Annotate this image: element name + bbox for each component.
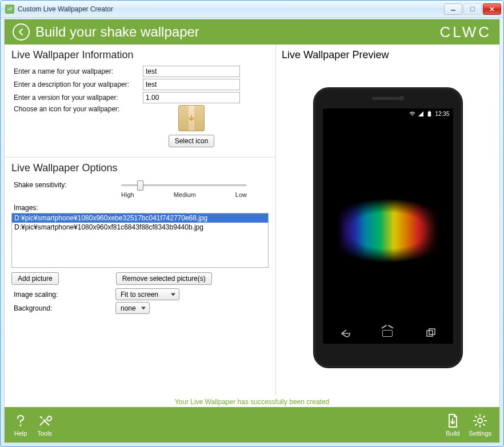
- package-icon: [178, 105, 205, 131]
- svg-rect-6: [427, 331, 433, 336]
- options-section-title: Live Wallpaper Options: [11, 162, 269, 174]
- background-value: none: [121, 304, 136, 312]
- statusbar-time: 12:35: [435, 111, 449, 117]
- list-item[interactable]: D:¥pic¥smartphone¥1080x960xebe32517bc041…: [12, 214, 268, 223]
- phone-navbar: [323, 323, 453, 344]
- client-area: Build your shake wallpaper CLWC Live Wal…: [4, 19, 500, 443]
- slider-tick-medium: Medium: [174, 191, 196, 198]
- help-label: Help: [14, 430, 27, 437]
- scaling-combo[interactable]: Fit to screen: [115, 288, 179, 300]
- desc-input[interactable]: [143, 79, 240, 90]
- brand-label: CLWC: [439, 23, 491, 41]
- background-combo[interactable]: none: [115, 302, 150, 314]
- name-label: Enter a name for your wallpaper:: [11, 67, 143, 75]
- window-controls: [443, 3, 501, 15]
- svg-rect-3: [471, 7, 475, 11]
- desc-label: Enter a description for your wallpaper:: [11, 80, 143, 88]
- signal-icon: [418, 111, 424, 117]
- close-button[interactable]: [483, 3, 501, 15]
- window-titlebar: Custom Live Wallpaper Creator: [1, 1, 503, 18]
- select-icon-button[interactable]: Select icon: [169, 135, 215, 147]
- phone-screen: 12:35: [323, 108, 453, 344]
- svg-rect-5: [429, 111, 431, 111]
- scaling-label: Image scaling:: [11, 291, 115, 299]
- options-section: Live Wallpaper Options Shake sensitivity…: [5, 158, 275, 324]
- build-button[interactable]: Build: [445, 413, 461, 437]
- phone-frame: 12:35: [314, 88, 462, 368]
- scaling-row: Image scaling: Fit to screen: [11, 288, 269, 300]
- page-header: Build your shake wallpaper CLWC: [5, 19, 499, 45]
- image-buttons-row: Add picture Remove selected picture(s): [11, 272, 269, 285]
- remove-picture-button[interactable]: Remove selected picture(s): [116, 272, 212, 285]
- settings-button[interactable]: Settings: [469, 413, 491, 437]
- desc-row: Enter a description for your wallpaper:: [11, 79, 269, 90]
- svg-point-8: [19, 424, 21, 426]
- slider-thumb[interactable]: [137, 180, 143, 191]
- list-item[interactable]: D:¥pic¥smartphone¥1080x960xf81c6843f88cf…: [12, 223, 268, 232]
- back-button[interactable]: [13, 23, 30, 41]
- info-section-title: Live Wallpaper Information: [11, 49, 269, 61]
- build-icon: [445, 413, 461, 429]
- icon-label: Choose an icon for your wallpaper:: [11, 105, 143, 113]
- wifi-icon: [409, 111, 415, 117]
- images-listbox[interactable]: D:¥pic¥smartphone¥1080x960xebe32517bc041…: [11, 213, 269, 268]
- version-row: Enter a version for your wallpaper:: [11, 92, 269, 103]
- nav-recent-icon: [425, 327, 437, 340]
- icon-row: Choose an icon for your wallpaper: Selec…: [11, 105, 269, 147]
- svg-point-9: [478, 418, 482, 423]
- background-label: Background:: [11, 304, 115, 312]
- svg-point-1: [11, 7, 12, 8]
- page-title: Build your shake wallpaper: [35, 24, 199, 40]
- images-label: Images:: [11, 204, 269, 212]
- background-row: Background: none: [11, 302, 269, 314]
- preview-section-title: Live Wallpaper Preview: [282, 49, 494, 61]
- app-window: Custom Live Wallpaper Creator Build your…: [0, 0, 504, 447]
- battery-icon: [426, 111, 433, 117]
- tools-label: Tools: [37, 430, 52, 437]
- svg-rect-7: [429, 329, 435, 335]
- minimize-button[interactable]: [444, 3, 462, 15]
- help-icon: [13, 413, 29, 429]
- sensitivity-row: Shake sensitivity: High Medium Low: [11, 179, 269, 191]
- left-panel: Live Wallpaper Information Enter a name …: [5, 45, 276, 396]
- scaling-value: Fit to screen: [121, 291, 158, 299]
- svg-rect-4: [428, 111, 431, 116]
- slider-tick-low: Low: [235, 191, 247, 198]
- window-title: Custom Live Wallpaper Creator: [18, 5, 443, 13]
- wallpaper-preview-image: [337, 194, 439, 268]
- right-panel: Live Wallpaper Preview 12:35: [276, 45, 499, 396]
- nav-back-icon: [338, 327, 351, 340]
- preview-area: 12:35: [282, 65, 494, 391]
- build-label: Build: [446, 430, 459, 437]
- version-label: Enter a version for your wallpaper:: [11, 94, 143, 102]
- nav-home-icon: [382, 330, 393, 337]
- status-message: Your Live Wallpaper has successfully bee…: [5, 396, 499, 407]
- gear-icon: [472, 413, 488, 429]
- phone-camera: [399, 96, 404, 100]
- name-row: Enter a name for your wallpaper:: [11, 66, 269, 77]
- name-input[interactable]: [143, 66, 240, 77]
- info-section: Live Wallpaper Information Enter a name …: [5, 45, 275, 158]
- tools-icon: [37, 413, 53, 429]
- content-body: Live Wallpaper Information Enter a name …: [5, 45, 499, 396]
- phone-statusbar: 12:35: [323, 108, 453, 119]
- maximize-button[interactable]: [463, 3, 482, 15]
- settings-label: Settings: [469, 430, 491, 437]
- version-input[interactable]: [143, 92, 240, 103]
- sensitivity-label: Shake sensitivity:: [11, 181, 115, 189]
- sensitivity-slider[interactable]: High Medium Low: [121, 179, 247, 191]
- footer-bar: Help Tools Build Settings: [5, 407, 499, 442]
- tools-button[interactable]: Tools: [37, 413, 53, 437]
- slider-tick-high: High: [121, 191, 134, 198]
- app-icon: [5, 5, 14, 14]
- add-picture-button[interactable]: Add picture: [11, 272, 59, 285]
- help-button[interactable]: Help: [13, 413, 29, 437]
